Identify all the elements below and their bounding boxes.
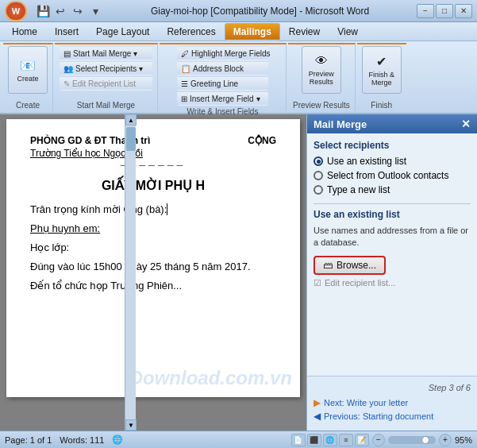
browse-label: Browse... <box>337 260 376 271</box>
selectrec-label: Select Recipients <box>75 64 137 73</box>
writeinsert-buttons: 🖊 Highlight Merge Fields 📋 Address Block… <box>177 46 268 106</box>
document: PHÒNG GD & ĐT Thanh trì CỘNG Trường Tiểu… <box>6 119 300 397</box>
highlight-label: Highlight Merge Fields <box>191 49 271 58</box>
status-left: Page: 1 of 1 Words: 111 🌐 <box>5 434 123 445</box>
finish-group-label: Finish <box>371 99 392 110</box>
greetingline-label: Greeting Line <box>190 79 238 88</box>
window-controls: − □ ✕ <box>417 4 472 18</box>
select-recipients-button[interactable]: 👥 Select Recipients ▾ <box>60 61 152 75</box>
tab-pagelayout[interactable]: Page Layout <box>87 23 158 41</box>
startmail-buttons: ▤ Start Mail Merge ▾ 👥 Select Recipients… <box>60 46 152 91</box>
zoom-plus-btn[interactable]: + <box>439 434 452 446</box>
watermark: Download.com.vn <box>129 367 292 389</box>
doc-line-5-text: Đến tổ chức họp Trường Phiên... <box>30 280 182 292</box>
doc-line-2: Phụ huynh em: <box>30 220 276 238</box>
tab-review[interactable]: Review <box>280 23 329 41</box>
doc-body: Trân trọng kính mời Ông (bà): Phụ huynh … <box>30 201 276 295</box>
ribbon-content: 📧 Create Create ▤ Start Mail Merge ▾ 👥 S… <box>0 41 477 114</box>
view-fullscreen-btn[interactable]: ⬛ <box>307 434 321 446</box>
view-draft-btn[interactable]: 📝 <box>355 434 369 446</box>
scroll-up-btn[interactable]: ▲ <box>125 114 137 126</box>
save-quick-btn[interactable]: 💾 <box>35 3 51 19</box>
zoom-minus-btn[interactable]: − <box>372 434 385 446</box>
radio-existing-list[interactable]: Use an existing list <box>314 156 471 167</box>
scroll-thumb[interactable] <box>126 127 136 151</box>
language-icon: 🌐 <box>112 434 123 445</box>
addressblock-label: Address Block <box>193 64 244 73</box>
scroll-down-btn[interactable]: ▼ <box>125 419 137 431</box>
mail-merge-panel: Mail Merge ✕ Select recipients Use an ex… <box>306 114 477 431</box>
redo-quick-btn[interactable]: ↪ <box>70 3 86 19</box>
qadropdown-btn[interactable]: ▾ <box>87 3 103 19</box>
nav-next-link[interactable]: ▶ Next: Write your letter <box>314 397 471 408</box>
writeinsert-col1: 🖊 Highlight Merge Fields 📋 Address Block… <box>177 46 268 106</box>
document-area: ▲ ▼ PHÒNG GD & ĐT Thanh trì CỘNG Trường … <box>0 114 306 431</box>
edit-recipientlist-button[interactable]: ✎ Edit Recipient List <box>60 76 152 91</box>
doc-line-5: Đến tổ chức họp Trường Phiên... <box>30 277 276 295</box>
tab-home[interactable]: Home <box>3 23 46 41</box>
radio-outlook-indicator <box>314 171 323 180</box>
nav-prev-label: Previous: Starting document <box>324 411 433 421</box>
scrollbar-track[interactable]: ▲ ▼ <box>125 114 136 431</box>
select-recipients-title: Select recipients <box>314 140 471 151</box>
addressblock-icon: 📋 <box>181 64 190 73</box>
radio-newlist[interactable]: Type a new list <box>314 184 471 195</box>
create-button[interactable]: 📧 Create <box>8 46 48 94</box>
office-button[interactable]: W <box>5 1 27 21</box>
undo-quick-btn[interactable]: ↩ <box>52 3 68 19</box>
view-buttons: 📄 ⬛ 🌐 ≡ 📝 <box>291 434 369 446</box>
greetingline-icon: ☰ <box>181 79 188 88</box>
status-bar: Page: 1 of 1 Words: 111 🌐 📄 ⬛ 🌐 ≡ 📝 − + … <box>0 431 477 448</box>
address-block-button[interactable]: 📋 Address Block <box>177 61 268 75</box>
step-info: Step 3 of 6 <box>314 383 471 392</box>
radio-outlook[interactable]: Select from Outlook contacts <box>314 170 471 181</box>
insert-mergefield-button[interactable]: ⊞ Insert Merge Field ▾ <box>177 91 268 106</box>
doc-line-1: Trân trọng kính mời Ông (bà): <box>30 201 276 218</box>
tab-view[interactable]: View <box>329 23 367 41</box>
view-web-btn[interactable]: 🌐 <box>323 434 337 446</box>
tab-mailings[interactable]: Mailings <box>225 23 280 41</box>
start-mailmerge-button[interactable]: ▤ Start Mail Merge ▾ <box>60 46 152 60</box>
view-outline-btn[interactable]: ≡ <box>339 434 353 446</box>
doc-school: Trường Tiểu học Ngọc Hồi <box>30 148 276 159</box>
ribbon-group-writeinsert: 🖊 Highlight Merge Fields 📋 Address Block… <box>160 43 287 111</box>
finish-merge-button[interactable]: ✔ Finish & Merge <box>362 46 402 94</box>
create-icon: 📧 <box>20 58 36 73</box>
ribbon-group-finish: ✔ Finish & Merge Finish <box>357 43 406 111</box>
doc-line-3: Học lớp: <box>30 239 276 257</box>
panel-title: Mail Merge <box>314 118 367 130</box>
selectrec-icon: 👥 <box>63 64 73 73</box>
minimize-button[interactable]: − <box>417 4 434 18</box>
browse-button[interactable]: 🗃 Browse... <box>314 256 386 275</box>
insertfield-label: Insert Merge Field <box>190 95 254 103</box>
panel-divider-1 <box>314 203 471 204</box>
doc-header-row: PHÒNG GD & ĐT Thanh trì CỘNG <box>30 135 276 146</box>
tab-insert[interactable]: Insert <box>46 23 87 41</box>
edit-checkbox-icon: ☑ <box>314 278 321 288</box>
maximize-button[interactable]: □ <box>436 4 453 18</box>
panel-close-button[interactable]: ✕ <box>461 118 471 130</box>
finish-label: Finish & Merge <box>363 71 401 87</box>
tab-references[interactable]: References <box>158 23 224 41</box>
title-bar: W 💾 ↩ ↪ ▾ Giay-moi-hop [Compatibility Mo… <box>0 0 477 22</box>
window-title: Giay-moi-hop [Compatibility Mode] - Micr… <box>103 6 417 17</box>
nav-prev-link[interactable]: ◀ Previous: Starting document <box>314 411 471 422</box>
preview-results-button[interactable]: 👁 Preview Results <box>302 46 341 94</box>
create-group-label: Create <box>16 99 40 110</box>
next-arrow-icon: ▶ <box>314 397 321 408</box>
doc-line-4: Đúng vào lúc 15h00 ngày 25 tháng 5 năm 2… <box>30 258 276 276</box>
radio-existing-label: Use an existing list <box>327 156 406 167</box>
nav-next-label: Next: Write your letter <box>324 398 408 407</box>
selectrec-arrow: ▾ <box>139 64 143 73</box>
close-button[interactable]: ✕ <box>455 4 472 18</box>
view-print-btn[interactable]: 📄 <box>291 434 306 446</box>
greeting-line-button[interactable]: ☰ Greeting Line <box>177 76 268 91</box>
word-count: Words: 111 <box>60 435 104 445</box>
radio-existing-indicator <box>314 156 323 166</box>
insertfield-arrow: ▾ <box>256 95 260 103</box>
browse-icon: 🗃 <box>323 260 333 271</box>
doc-line-2-text: Phụ huynh em: <box>30 222 100 234</box>
highlight-mergefields-button[interactable]: 🖊 Highlight Merge Fields <box>177 46 268 60</box>
panel-footer: Step 3 of 6 ▶ Next: Write your letter ◀ … <box>307 376 477 431</box>
zoom-slider[interactable] <box>388 436 436 444</box>
